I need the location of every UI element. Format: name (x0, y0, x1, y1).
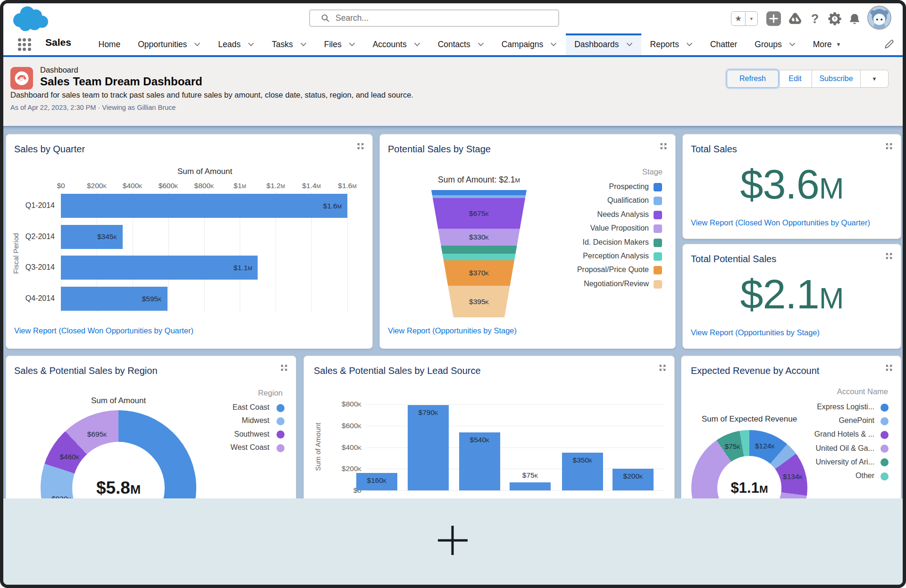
legend-item-label[interactable]: University of Ari... (742, 458, 874, 466)
edit-nav-pencil-icon[interactable] (884, 39, 894, 50)
chevron-down-icon[interactable] (194, 42, 201, 46)
legend-item-label[interactable]: United Oil & Ga... (742, 444, 874, 453)
bar-value-label: $790K (408, 408, 449, 417)
legend-item-label[interactable]: Other (742, 472, 874, 480)
record-type-label: Dashboard (40, 66, 78, 75)
legend-item-label[interactable]: Id. Decision Makers (512, 238, 649, 247)
gauge-icon (10, 67, 33, 90)
refresh-button[interactable]: Refresh (727, 70, 779, 88)
user-avatar[interactable] (867, 6, 891, 30)
legend-swatch (277, 417, 285, 425)
legend-item-label[interactable]: West Coast (137, 443, 269, 452)
page-title: Sales Team Dream Dashboard (40, 75, 202, 88)
bar-4[interactable] (510, 482, 551, 490)
dashboard-record-icon (10, 67, 33, 90)
plus-icon (769, 14, 778, 23)
salesforce-logo-icon[interactable] (13, 6, 49, 32)
chevron-down-icon[interactable] (349, 42, 355, 46)
legend-item-label[interactable]: GenePoint (742, 416, 874, 425)
chevron-down-icon[interactable] (686, 42, 693, 46)
nav-tab-leads[interactable]: Leads (210, 33, 263, 55)
search-input-field[interactable] (335, 13, 558, 24)
bar-value-label: $345K (61, 232, 117, 241)
bar-value-label: $540K (459, 436, 500, 444)
chevron-down-icon[interactable] (626, 42, 633, 46)
legend-item-label[interactable]: Perception Analysis (512, 252, 649, 260)
legend-swatch (654, 239, 662, 247)
y-tick-label: $400K (304, 443, 361, 452)
setup-button[interactable] (827, 11, 842, 26)
nav-tab-tasks[interactable]: Tasks (263, 33, 315, 55)
view-report-link[interactable]: View Report (Closed Won Opportunities by… (691, 218, 870, 227)
expand-icon[interactable] (280, 364, 288, 372)
bar-value-label: $160K (356, 476, 397, 485)
view-report-link[interactable]: View Report (Closed Won Opportunities by… (14, 326, 193, 335)
nav-tab-label: Dashboards (574, 40, 619, 50)
notifications-button[interactable] (847, 11, 862, 26)
legend-item-label[interactable]: Value Proposition (512, 224, 649, 232)
chevron-down-icon[interactable] (300, 42, 307, 46)
expand-icon[interactable] (885, 142, 893, 150)
legend-item-label[interactable]: East Coast (137, 403, 269, 412)
legend-swatch (881, 417, 889, 425)
y-tick-label: $0 (304, 486, 361, 495)
legend-item-label[interactable]: Qualification (512, 196, 649, 205)
nav-tab-reports[interactable]: Reports (641, 33, 701, 55)
favorites-dropdown-button[interactable]: ▼ (746, 12, 757, 25)
nav-tab-files[interactable]: Files (315, 33, 364, 55)
legend-item-label[interactable]: Southwest (137, 430, 269, 439)
nav-tab-home[interactable]: Home (90, 33, 129, 55)
expand-icon[interactable] (659, 364, 666, 372)
nav-tab-opportunities[interactable]: Opportunities (129, 33, 210, 55)
bar-2[interactable] (408, 405, 449, 490)
edit-button[interactable]: Edit (779, 70, 812, 88)
legend-swatch (277, 404, 285, 412)
subscribe-button[interactable]: Subscribe (812, 70, 861, 88)
legend-item-label[interactable]: Prospecting (512, 182, 649, 191)
nav-tab-accounts[interactable]: Accounts (364, 33, 429, 55)
legend-item-label[interactable]: Express Logisti... (742, 403, 874, 411)
nav-tab-chatter[interactable]: Chatter (701, 33, 746, 55)
legend-swatch (654, 280, 662, 289)
learning-paths-button[interactable] (788, 11, 803, 26)
dashboard-asof-text: As of Apr 22, 2023, 2:30 PM · Viewing as… (10, 104, 176, 111)
expand-icon[interactable] (885, 364, 893, 372)
legend-swatch (654, 266, 662, 274)
nav-tab-groups[interactable]: Groups (746, 33, 804, 55)
expand-icon[interactable] (357, 142, 364, 150)
bar-value-label: $200K (612, 472, 654, 480)
chevron-down-icon[interactable] (248, 42, 254, 46)
nav-tab-more[interactable]: More▼ (804, 33, 850, 55)
bar-value-label: $1.6M (61, 202, 342, 210)
bell-icon (848, 12, 861, 25)
legend-item-label[interactable]: Needs Analysis (512, 210, 649, 219)
chevron-down-icon[interactable] (550, 42, 557, 46)
favorites-button[interactable]: ★ (731, 12, 746, 25)
nav-tab-dashboards[interactable]: Dashboards (566, 33, 641, 55)
help-icon: ? (811, 12, 819, 26)
legend-swatch (654, 197, 662, 205)
nav-tab-label: More (813, 40, 832, 50)
chevron-down-icon[interactable] (478, 42, 484, 46)
view-report-link[interactable]: View Report (Opportunities by Stage) (388, 326, 517, 335)
navigation-bar: Sales HomeOpportunitiesLeadsTasksFilesAc… (3, 33, 903, 57)
global-search-input[interactable] (309, 9, 559, 27)
global-actions-button[interactable] (766, 11, 781, 26)
bar-value-label: $350K (562, 456, 603, 464)
search-icon (321, 14, 329, 22)
chevron-down-icon[interactable] (414, 42, 420, 46)
nav-tab-campaigns[interactable]: Campaigns (493, 33, 566, 55)
y-tick-label: $200K (304, 464, 361, 473)
legend-item-label[interactable]: Negotiation/Review (512, 280, 649, 288)
nav-tab-contacts[interactable]: Contacts (429, 33, 493, 55)
legend-item-label[interactable]: Midwest (137, 416, 269, 425)
legend-item-label[interactable]: Grand Hotels & ... (742, 430, 874, 439)
view-report-link[interactable]: View Report (Opportunities by Stage) (691, 328, 820, 337)
legend-item-label[interactable]: Proposal/Price Quote (512, 265, 649, 274)
chevron-down-icon[interactable] (789, 42, 796, 46)
expand-icon[interactable] (660, 142, 667, 150)
expand-icon[interactable] (885, 252, 893, 260)
help-button[interactable]: ? (807, 11, 822, 26)
more-actions-dropdown-button[interactable]: ▼ (861, 70, 889, 88)
app-launcher-icon[interactable] (18, 38, 31, 50)
